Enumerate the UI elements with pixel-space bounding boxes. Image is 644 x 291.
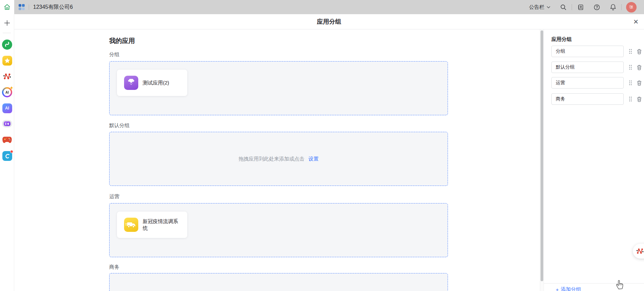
delete-group-icon[interactable] <box>637 96 642 102</box>
app-icon-green-swirl[interactable] <box>2 40 12 50</box>
gem-purple-icon <box>124 76 138 90</box>
help-icon[interactable] <box>593 3 601 11</box>
delete-group-icon[interactable] <box>637 65 642 70</box>
group-row <box>551 46 642 57</box>
group-name-input[interactable] <box>551 93 624 105</box>
group-row <box>551 77 642 89</box>
app-icon-star[interactable] <box>2 55 12 66</box>
ai-ring-icon: AI <box>2 87 12 97</box>
group-name-input[interactable] <box>551 46 624 57</box>
app-card-name: 测试应用(2) <box>143 79 169 86</box>
app-icon-recorder[interactable] <box>2 119 12 129</box>
app-root: AI AI <box>0 0 644 291</box>
delete-group-icon[interactable] <box>637 49 642 54</box>
dropzone-empty-hint: 拖拽应用到此处来添加或点击 设置 <box>110 132 448 186</box>
topbar-separator <box>29 4 29 10</box>
panel-title: 应用分组 <box>551 36 572 43</box>
group-name-input[interactable] <box>551 62 624 73</box>
group-dropzone[interactable]: 测试应用(2) <box>109 61 448 115</box>
plus-icon <box>4 20 10 26</box>
group-manager-panel: 应用分组 <box>544 29 644 291</box>
group-dropzone[interactable]: 新冠疫情流调系统 <box>109 203 448 257</box>
delete-group-icon[interactable] <box>637 80 642 86</box>
workspace-logo-icon[interactable] <box>19 4 25 10</box>
scrollbar <box>540 29 544 291</box>
add-app-button[interactable] <box>0 18 14 28</box>
star-icon <box>2 56 12 66</box>
app-icon-ai-ring[interactable]: AI <box>2 87 12 97</box>
truck-yellow-icon <box>124 218 138 232</box>
group-dropzone[interactable]: 拖拽应用到此处来添加或点击 设置 <box>109 132 448 186</box>
ai-square-icon: AI <box>2 103 12 113</box>
notification-dot <box>10 150 13 153</box>
settings-link[interactable]: 设置 <box>309 156 319 162</box>
add-group-label: 添加分组 <box>561 286 581 291</box>
group-label: 分组 <box>109 51 540 58</box>
red-graph-icon <box>636 247 644 256</box>
drag-handle-icon[interactable] <box>629 65 632 70</box>
announcement-label: 公告栏 <box>529 4 544 10</box>
app-icon-ai-square[interactable]: AI <box>2 103 12 113</box>
app-card[interactable]: 测试应用(2) <box>117 70 187 96</box>
drag-handle-icon[interactable] <box>629 96 632 102</box>
hint-text: 拖拽应用到此处来添加或点击 <box>239 156 305 162</box>
plus-icon: + <box>556 287 559 291</box>
app-icon-gamepad[interactable] <box>2 135 12 145</box>
announcement-dropdown[interactable]: 公告栏 <box>529 4 550 10</box>
panel-footer-divider <box>544 283 644 284</box>
chevron-down-icon <box>547 6 550 8</box>
scrollbar-thumb[interactable] <box>541 30 543 281</box>
page-title-bar: 应用分组 ✕ <box>14 14 644 29</box>
notification-bell-icon[interactable] <box>609 3 617 11</box>
app-dock-sidebar: AI AI <box>0 0 14 291</box>
group-row <box>551 93 642 105</box>
group-row <box>551 62 642 73</box>
close-icon[interactable]: ✕ <box>633 19 639 25</box>
gamepad-icon <box>2 136 12 144</box>
group-dropzone[interactable] <box>109 273 448 291</box>
app-icon-cyan[interactable] <box>2 151 12 161</box>
add-group-button[interactable]: + 添加分组 <box>556 286 581 291</box>
drag-handle-icon[interactable] <box>629 49 632 54</box>
red-graph-icon <box>2 72 12 81</box>
avatar[interactable]: 张 <box>626 2 637 13</box>
sidebar-divider <box>3 33 11 33</box>
green-swirl-icon <box>2 40 12 50</box>
group-label: 默认分组 <box>109 122 540 129</box>
search-icon[interactable] <box>559 3 567 11</box>
group-name-input[interactable] <box>551 77 624 89</box>
page-title: 应用分组 <box>317 18 341 26</box>
home-button[interactable] <box>0 0 14 14</box>
contacts-icon[interactable] <box>576 3 585 11</box>
cyan-app-icon <box>2 151 12 161</box>
main-content: 我的应用 分组 测试应用(2) 默认分组 拖拽应用到此处来添加或点击 设置 <box>14 29 540 291</box>
top-bar: 12345有限公司6 公告栏 <box>14 0 644 14</box>
topbar-divider <box>572 4 572 10</box>
recorder-icon <box>2 120 12 127</box>
group-label: 商务 <box>109 264 540 270</box>
app-card[interactable]: 新冠疫情流调系统 <box>117 212 187 238</box>
app-icon-red-graph[interactable] <box>2 71 12 81</box>
home-icon <box>3 3 11 11</box>
company-name: 12345有限公司6 <box>33 4 73 11</box>
app-card-name: 新冠疫情流调系统 <box>143 218 183 232</box>
topbar-actions: 公告栏 <box>529 2 644 13</box>
drag-handle-icon[interactable] <box>629 80 632 86</box>
group-label: 运营 <box>109 193 540 200</box>
topbar-divider <box>621 4 622 10</box>
section-heading: 我的应用 <box>109 37 540 45</box>
